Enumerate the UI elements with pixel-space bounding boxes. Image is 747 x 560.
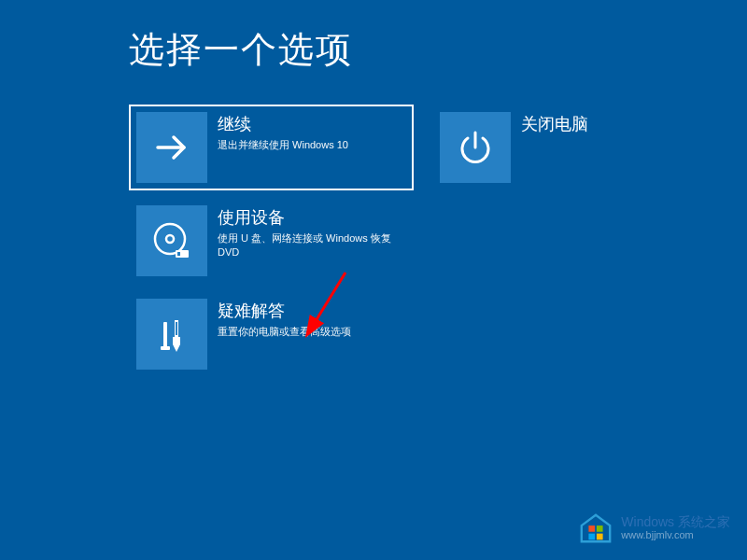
- svg-rect-10: [589, 525, 596, 532]
- svg-rect-12: [589, 534, 596, 540]
- watermark: Windows 系统之家 www.bjjmlv.com: [578, 510, 730, 545]
- troubleshoot-option[interactable]: 疑难解答 重置你的电脑或查看高级选项: [129, 291, 414, 377]
- tools-icon: [136, 299, 207, 370]
- svg-rect-11: [597, 525, 603, 532]
- shutdown-option[interactable]: 关闭电脑: [432, 105, 619, 190]
- use-device-option[interactable]: 使用设备 使用 U 盘、网络连接或 Windows 恢复 DVD: [129, 198, 414, 284]
- continue-option[interactable]: 继续 退出并继续使用 Windows 10: [129, 105, 414, 190]
- page-title: 选择一个选项: [129, 26, 353, 74]
- svg-point-2: [155, 224, 185, 254]
- svg-rect-13: [597, 534, 603, 540]
- use-device-title: 使用设备: [218, 206, 403, 229]
- svg-rect-6: [163, 322, 167, 348]
- svg-rect-7: [161, 346, 170, 350]
- watermark-url: www.bjjmlv.com: [621, 529, 730, 541]
- disc-icon: [136, 205, 207, 276]
- watermark-logo-icon: [578, 510, 613, 545]
- continue-subtitle: 退出并继续使用 Windows 10: [218, 138, 403, 152]
- options-container: 继续 退出并继续使用 Windows 10 关闭电脑: [129, 105, 619, 385]
- troubleshoot-title: 疑难解答: [218, 300, 403, 322]
- continue-title: 继续: [218, 113, 403, 135]
- shutdown-title: 关闭电脑: [521, 113, 609, 135]
- use-device-subtitle: 使用 U 盘、网络连接或 Windows 恢复 DVD: [218, 231, 403, 260]
- arrow-right-icon: [136, 112, 207, 183]
- troubleshoot-subtitle: 重置你的电脑或查看高级选项: [218, 325, 403, 339]
- svg-rect-5: [177, 252, 180, 256]
- watermark-title: Windows 系统之家: [621, 514, 730, 529]
- power-icon: [440, 112, 511, 183]
- svg-point-3: [166, 235, 174, 243]
